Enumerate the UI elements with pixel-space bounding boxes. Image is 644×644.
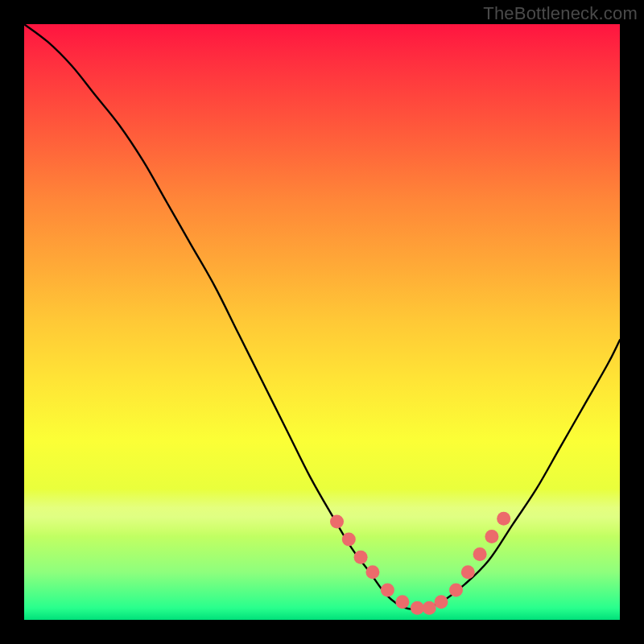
marker-dots — [330, 512, 510, 615]
marker-dot — [473, 547, 487, 561]
marker-dot — [330, 514, 344, 528]
marker-dot — [365, 565, 379, 579]
marker-dot — [497, 512, 510, 526]
watermark-text: TheBottleneck.com — [483, 3, 638, 24]
marker-dot — [381, 584, 394, 597]
marker-dot — [354, 551, 368, 564]
marker-dot — [423, 601, 436, 615]
marker-dot — [449, 584, 463, 597]
bottleneck-curve — [24, 24, 620, 609]
marker-dot — [342, 533, 356, 547]
curve-svg — [24, 24, 620, 620]
marker-dot — [395, 595, 409, 609]
marker-dot — [435, 595, 448, 609]
marker-dot — [485, 530, 498, 543]
marker-dot — [461, 565, 475, 579]
plot-area — [24, 24, 620, 620]
marker-dot — [411, 601, 424, 615]
